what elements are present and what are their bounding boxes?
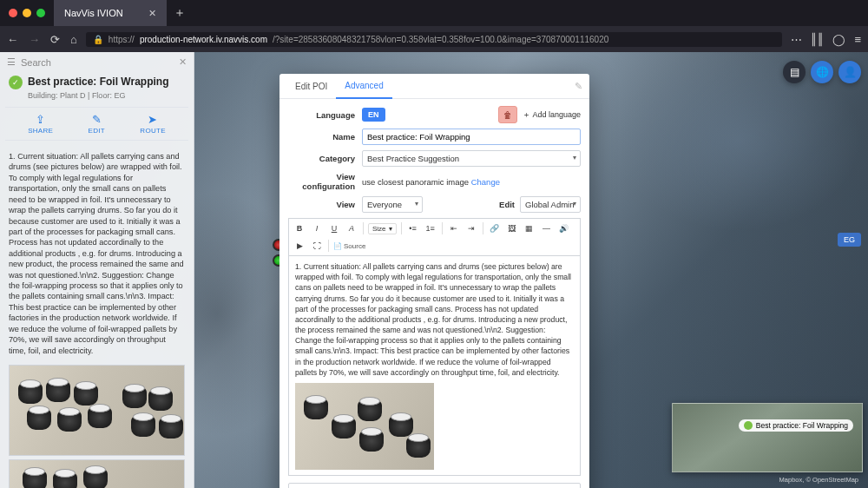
forward-icon[interactable]: → xyxy=(29,33,40,46)
view-select[interactable]: Everyone xyxy=(362,196,423,213)
indent-icon[interactable]: ⇥ xyxy=(464,221,478,235)
font-size-select[interactable]: Size ▾ xyxy=(368,223,397,234)
tab-edit-poi[interactable]: Edit POI xyxy=(286,75,336,98)
more-icon[interactable]: ⋯ xyxy=(791,33,802,46)
link-icon[interactable]: A xyxy=(345,221,358,235)
poi-category-badge: ✓ xyxy=(9,76,23,89)
rte-editor[interactable]: 1. Current situation: All pallets carryi… xyxy=(288,255,581,476)
audio-icon[interactable]: 🔊 xyxy=(557,221,571,235)
rte-inline-image[interactable] xyxy=(295,383,434,470)
tab-title: NavVis IVION xyxy=(64,8,123,18)
layers-button[interactable]: ▤ xyxy=(783,61,806,83)
hr-icon[interactable]: — xyxy=(540,221,554,235)
new-tab-button[interactable]: ＋ xyxy=(167,5,193,21)
category-select[interactable]: Best Practice Suggestion xyxy=(362,150,581,167)
library-icon[interactable]: ║║ xyxy=(811,33,825,46)
image-icon[interactable]: 🖼 xyxy=(505,221,519,235)
bullet-list-icon[interactable]: •≡ xyxy=(406,221,420,235)
browser-chrome: NavVis IVION ✕ ＋ ← → ⟳ ⌂ 🔒 https://produ… xyxy=(0,0,868,52)
edit-icon: ✎ xyxy=(89,113,105,126)
view-config-label: View configuration xyxy=(288,172,362,191)
category-label: Category xyxy=(288,154,362,163)
share-button[interactable]: ⇪SHARE xyxy=(28,113,53,135)
back-icon[interactable]: ← xyxy=(7,33,18,46)
url-field[interactable]: 🔒 https://production-network.iv.navvis.c… xyxy=(86,32,782,47)
add-language-button[interactable]: ＋Add language xyxy=(523,109,581,121)
panorama-viewport[interactable]: ☰ Search ✕ ✓ Best practice: Foil Wrappin… xyxy=(0,52,868,488)
italic-icon[interactable]: I xyxy=(310,221,324,235)
url-prefix: https:// xyxy=(108,35,135,44)
account-icon[interactable]: ◯ xyxy=(832,33,845,46)
url-path: /?site=28583608048321758vlon=0.358vlat=0… xyxy=(273,35,608,44)
table-icon[interactable]: ▦ xyxy=(523,221,536,235)
close-panel-icon[interactable]: ✕ xyxy=(179,56,187,68)
floor-chip[interactable]: EG xyxy=(838,233,861,247)
language-select[interactable]: EN xyxy=(362,108,385,122)
minimap-poi-label: Best practice: Foil Wrapping xyxy=(756,421,848,430)
poi-title: Best practice: Foil Wrapping xyxy=(28,76,168,88)
view-config-value: use closest panoramic image xyxy=(362,177,471,187)
minimize-window-icon[interactable] xyxy=(23,9,31,17)
map-credits: Mapbox, © OpenStreetMap xyxy=(779,476,858,484)
underline-icon[interactable]: U xyxy=(327,221,341,235)
edit-select[interactable]: Global Admin xyxy=(520,196,581,213)
numbered-list-icon[interactable]: 1≡ xyxy=(424,221,437,235)
poi-actions: ⇪SHARE ✎EDIT ➤ROUTE xyxy=(5,107,188,141)
poi-image[interactable] xyxy=(9,365,185,456)
poi-image[interactable] xyxy=(9,459,185,488)
poi-marker-icon xyxy=(744,421,753,430)
video-icon[interactable]: ▶ xyxy=(293,239,306,253)
window-controls[interactable] xyxy=(0,9,54,17)
poi-side-panel: ☰ Search ✕ ✓ Best practice: Foil Wrappin… xyxy=(0,52,194,488)
lock-icon: 🔒 xyxy=(93,35,103,44)
add-media-button[interactable]: ＋ Add media (images, PDF, audio, video) xyxy=(288,483,581,488)
url-host: production-network.iv.navvis.com xyxy=(140,35,267,44)
link-insert-icon[interactable]: 🔗 xyxy=(488,221,502,235)
tab-bar: NavVis IVION ✕ ＋ xyxy=(0,0,868,26)
share-icon: ⇪ xyxy=(28,113,53,126)
source-button[interactable]: 📄 Source xyxy=(333,242,365,250)
language-label: Language xyxy=(288,110,362,120)
rte-toolbar: B I U A Size ▾ •≡ 1≡ ⇤ ⇥ 🔗 🖼 ▦ — 🔊 ▶ ⛶ xyxy=(288,218,581,255)
maximize-window-icon[interactable] xyxy=(36,9,45,17)
route-icon: ➤ xyxy=(140,113,166,126)
poi-images xyxy=(0,365,194,488)
close-window-icon[interactable] xyxy=(9,9,17,17)
edit-poi-modal: Edit POI Advanced ✎ Language EN 🗑 ＋Add l… xyxy=(279,74,589,488)
user-button[interactable]: 👤 xyxy=(838,61,861,83)
outdent-icon[interactable]: ⇤ xyxy=(447,221,461,235)
view-label: View xyxy=(288,200,362,209)
change-view-link[interactable]: Change xyxy=(471,177,500,187)
edit-button[interactable]: ✎EDIT xyxy=(89,113,105,135)
route-button[interactable]: ➤ROUTE xyxy=(140,113,166,135)
globe-button[interactable]: 🌐 xyxy=(811,61,833,83)
edit-label: Edit xyxy=(499,200,520,209)
search-input[interactable]: Search xyxy=(21,57,179,68)
poi-location: Building: Plant D | Floor: EG xyxy=(0,91,194,105)
name-input[interactable] xyxy=(362,129,581,145)
minimap-poi[interactable]: Best practice: Foil Wrapping xyxy=(739,419,853,432)
reload-icon[interactable]: ⟳ xyxy=(50,33,60,46)
fullscreen-icon[interactable]: ⛶ xyxy=(310,239,324,253)
minimap[interactable]: Best practice: Foil Wrapping Mapbox, © O… xyxy=(672,403,863,472)
chevron-down-icon: ▾ xyxy=(389,225,392,233)
tab-close-icon[interactable]: ✕ xyxy=(148,8,156,19)
rte-text: 1. Current situation: All pallets carryi… xyxy=(295,261,574,378)
browser-tab[interactable]: NavVis IVION ✕ xyxy=(54,0,167,26)
name-label: Name xyxy=(288,132,362,142)
address-bar: ← → ⟳ ⌂ 🔒 https://production-network.iv.… xyxy=(0,26,868,52)
menu-icon[interactable]: ≡ xyxy=(854,33,861,46)
tab-advanced[interactable]: Advanced xyxy=(336,74,391,99)
delete-language-button[interactable]: 🗑 xyxy=(498,106,517,123)
expand-icon[interactable]: ✎ xyxy=(575,81,582,92)
search-icon: ☰ xyxy=(7,56,16,68)
home-icon[interactable]: ⌂ xyxy=(70,33,77,46)
bold-icon[interactable]: B xyxy=(293,221,306,235)
poi-description: 1. Current situation: All pallets carryi… xyxy=(0,146,194,361)
view-tools: ▤ 🌐 👤 xyxy=(783,61,861,83)
